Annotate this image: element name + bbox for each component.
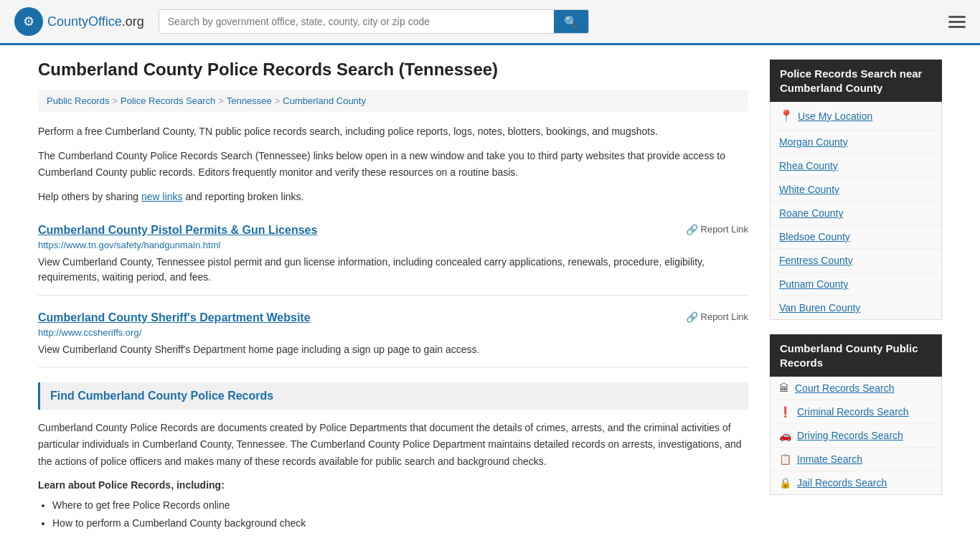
nearby-county-3[interactable]: Roane County xyxy=(771,202,941,225)
breadcrumb-sep-2: > xyxy=(218,95,224,106)
driving-icon: 🚗 xyxy=(779,430,791,441)
public-records-title: Cumberland County Public Records xyxy=(770,334,942,377)
search-icon: 🔍 xyxy=(564,16,578,28)
nearby-county-link-4[interactable]: Bledsoe County xyxy=(779,231,850,242)
breadcrumb-cumberland-county[interactable]: Cumberland County xyxy=(283,95,366,106)
nearby-county-link-5[interactable]: Fentress County xyxy=(779,255,853,266)
nearby-title: Police Records Search near Cumberland Co… xyxy=(770,60,942,102)
logo-text: CountyOffice.org xyxy=(47,14,144,29)
public-record-link-4[interactable]: Jail Records Search xyxy=(797,477,887,489)
public-record-3[interactable]: 📋 Inmate Search xyxy=(771,448,941,471)
learn-heading: Learn about Police Records, including: xyxy=(38,479,748,491)
public-record-link-1[interactable]: Criminal Records Search xyxy=(797,406,909,418)
bullet-1: How to perform a Cumberland County backg… xyxy=(52,514,748,532)
criminal-icon: ❗ xyxy=(779,406,791,418)
report-icon-1: 🔗 xyxy=(686,311,698,323)
nearby-county-link-2[interactable]: White County xyxy=(779,184,839,195)
section-heading: Find Cumberland County Police Records xyxy=(38,382,748,410)
page-title: Cumberland County Police Records Search … xyxy=(38,60,748,80)
header: ⚙ CountyOffice.org 🔍 xyxy=(0,0,980,45)
nearby-county-link-7[interactable]: Van Buren County xyxy=(779,302,860,314)
menu-button[interactable] xyxy=(948,16,966,28)
jail-icon: 🔒 xyxy=(779,477,791,489)
nearby-county-link-3[interactable]: Roane County xyxy=(779,207,844,219)
description-1: Perform a free Cumberland County, TN pub… xyxy=(38,123,748,139)
nearby-section: Police Records Search near Cumberland Co… xyxy=(770,60,942,320)
link-card-1: Cumberland County Sheriff's Department W… xyxy=(38,301,748,368)
description-3: Help others by sharing new links and rep… xyxy=(38,189,748,204)
right-sidebar: Police Records Search near Cumberland Co… xyxy=(770,60,942,532)
left-content: Cumberland County Police Records Search … xyxy=(38,60,748,532)
breadcrumb-public-records[interactable]: Public Records xyxy=(47,95,109,106)
logo[interactable]: ⚙ CountyOffice.org xyxy=(14,7,144,36)
link-card-0: Cumberland County Pistol Permits & Gun L… xyxy=(38,214,748,296)
location-pin-icon: 📍 xyxy=(779,109,793,123)
report-link-1[interactable]: 🔗 Report Link xyxy=(686,311,748,323)
public-record-4[interactable]: 🔒 Jail Records Search xyxy=(771,471,941,494)
nearby-county-6[interactable]: Putnam County xyxy=(771,273,941,296)
link-card-title-0[interactable]: Cumberland County Pistol Permits & Gun L… xyxy=(38,224,317,237)
nearby-county-5[interactable]: Fentress County xyxy=(771,249,941,273)
nearby-county-4[interactable]: Bledsoe County xyxy=(771,225,941,249)
nearby-county-link-6[interactable]: Putnam County xyxy=(779,278,849,290)
logo-icon: ⚙ xyxy=(14,7,43,36)
search-input[interactable] xyxy=(159,10,554,33)
inmate-icon: 📋 xyxy=(779,453,791,465)
public-record-1[interactable]: ❗ Criminal Records Search xyxy=(771,400,941,424)
nearby-county-0[interactable]: Morgan County xyxy=(771,131,941,154)
breadcrumb-police-records-search[interactable]: Police Records Search xyxy=(121,95,215,106)
link-card-header-1: Cumberland County Sheriff's Department W… xyxy=(38,311,748,324)
new-links-link[interactable]: new links xyxy=(141,191,183,202)
nearby-county-1[interactable]: Rhea County xyxy=(771,154,941,178)
public-records-body: 🏛 Court Records Search ❗ Criminal Record… xyxy=(770,377,942,495)
nearby-county-2[interactable]: White County xyxy=(771,178,941,202)
use-location-link[interactable]: Use My Location xyxy=(798,110,872,122)
bullet-0: Where to get free Police Records online xyxy=(52,496,748,514)
search-bar: 🔍 xyxy=(159,9,589,34)
report-icon-0: 🔗 xyxy=(686,224,698,235)
public-record-link-0[interactable]: Court Records Search xyxy=(795,382,895,394)
link-card-desc-1: View Cumberland County Sheriff's Departm… xyxy=(38,342,748,357)
nearby-body: 📍 Use My Location Morgan County Rhea Cou… xyxy=(770,102,942,320)
public-records-section: Cumberland County Public Records 🏛 Court… xyxy=(770,334,942,495)
public-record-link-2[interactable]: Driving Records Search xyxy=(797,430,903,441)
link-card-desc-0: View Cumberland County, Tennessee pistol… xyxy=(38,255,748,285)
public-record-2[interactable]: 🚗 Driving Records Search xyxy=(771,424,941,448)
link-card-url-0[interactable]: https://www.tn.gov/safety/handgunmain.ht… xyxy=(38,240,748,250)
main-wrapper: Cumberland County Police Records Search … xyxy=(24,45,956,547)
public-record-link-3[interactable]: Inmate Search xyxy=(797,453,862,465)
court-icon: 🏛 xyxy=(779,382,789,394)
search-button[interactable]: 🔍 xyxy=(554,10,588,33)
nearby-county-link-1[interactable]: Rhea County xyxy=(779,160,838,171)
breadcrumb-sep-3: > xyxy=(275,95,281,106)
breadcrumb-sep-1: > xyxy=(112,95,118,106)
link-card-title-1[interactable]: Cumberland County Sheriff's Department W… xyxy=(38,311,311,324)
body-text: Cumberland County Police Records are doc… xyxy=(38,420,748,471)
breadcrumb-tennessee[interactable]: Tennessee xyxy=(227,95,272,106)
nearby-county-link-0[interactable]: Morgan County xyxy=(779,136,848,148)
link-card-url-1[interactable]: http://www.ccsheriffs.org/ xyxy=(38,327,748,338)
public-record-0[interactable]: 🏛 Court Records Search xyxy=(771,377,941,400)
description-2: The Cumberland County Police Records Sea… xyxy=(38,148,748,180)
use-location[interactable]: 📍 Use My Location xyxy=(771,102,941,131)
nearby-county-7[interactable]: Van Buren County xyxy=(771,296,941,319)
report-link-0[interactable]: 🔗 Report Link xyxy=(686,224,748,235)
bullet-list: Where to get free Police Records online … xyxy=(52,496,748,532)
breadcrumb: Public Records > Police Records Search >… xyxy=(38,90,748,112)
link-card-header-0: Cumberland County Pistol Permits & Gun L… xyxy=(38,224,748,237)
